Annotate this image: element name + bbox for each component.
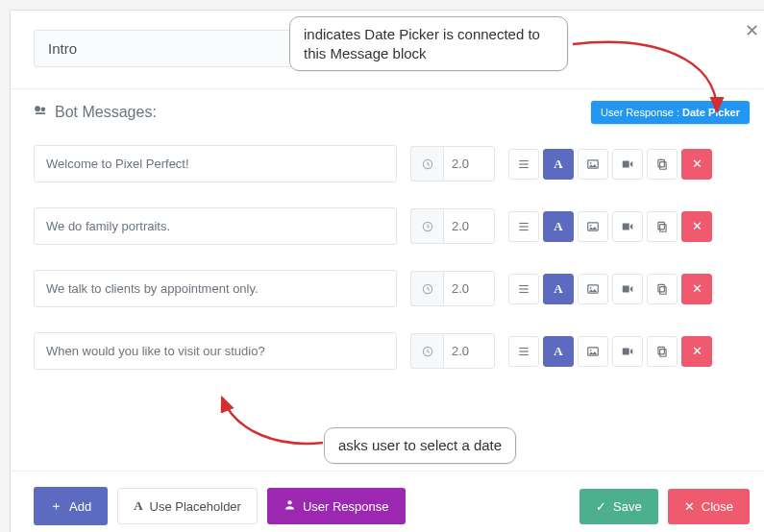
svg-rect-3 (519, 166, 528, 167)
svg-rect-35 (658, 347, 664, 354)
svg-rect-34 (660, 349, 666, 356)
message-toolbar: A✕ (508, 211, 712, 242)
check-icon: ✓ (596, 499, 606, 514)
svg-rect-1 (519, 159, 528, 160)
copy-icon[interactable] (647, 211, 678, 242)
svg-rect-2 (519, 163, 528, 164)
dialog-body: Bot Messages: User Response : Date Picke… (11, 89, 764, 471)
block-title-input[interactable] (34, 30, 303, 67)
message-text-input[interactable] (34, 207, 397, 245)
message-text-input[interactable] (34, 332, 397, 370)
message-toolbar: A✕ (508, 336, 712, 367)
image-icon[interactable] (578, 149, 608, 180)
annotation-callout-bottom: asks user to select a date (324, 427, 516, 464)
svg-rect-20 (519, 288, 528, 289)
clock-icon (410, 333, 443, 369)
message-text-input[interactable] (34, 270, 397, 307)
message-row: A✕ (34, 270, 750, 307)
image-icon[interactable] (578, 336, 608, 367)
close-button[interactable]: ✕ Close (668, 489, 750, 524)
svg-rect-30 (519, 353, 528, 354)
svg-rect-6 (623, 160, 629, 167)
svg-rect-16 (660, 224, 666, 231)
delay-group (410, 271, 495, 306)
text-type-button[interactable]: A (543, 336, 574, 367)
clock-icon (410, 271, 443, 306)
message-row: A✕ (34, 332, 750, 370)
message-toolbar: A✕ (508, 149, 712, 180)
svg-rect-24 (623, 285, 629, 292)
delay-input[interactable] (443, 146, 495, 181)
user-icon (283, 498, 296, 514)
svg-rect-21 (519, 291, 528, 292)
delete-button[interactable]: ✕ (681, 274, 712, 304)
section-header: Bot Messages: User Response : Date Picke… (34, 101, 750, 124)
svg-rect-8 (658, 159, 664, 167)
user-response-badge[interactable]: User Response : Date Picker (591, 101, 750, 124)
svg-rect-12 (519, 229, 528, 230)
svg-rect-26 (658, 284, 664, 292)
svg-point-5 (590, 161, 592, 163)
list-icon[interactable] (508, 149, 539, 180)
copy-icon[interactable] (647, 149, 678, 180)
video-icon[interactable] (612, 211, 643, 242)
svg-point-36 (287, 500, 291, 504)
image-icon[interactable] (578, 211, 608, 242)
svg-point-23 (590, 286, 592, 288)
message-text-input[interactable] (34, 145, 397, 182)
use-placeholder-button[interactable]: A Use Placeholder (117, 488, 258, 524)
text-type-button[interactable]: A (543, 149, 574, 180)
plus-icon: ＋ (50, 497, 62, 515)
delay-group (410, 208, 495, 244)
save-button[interactable]: ✓ Save (579, 489, 658, 524)
clock-icon (410, 208, 443, 244)
annotation-callout-top: indicates Date Picker is connected to th… (289, 16, 568, 71)
message-row: A✕ (34, 145, 750, 182)
svg-rect-19 (519, 284, 528, 285)
delay-input[interactable] (443, 271, 495, 306)
user-response-button[interactable]: User Response (267, 488, 406, 524)
close-icon[interactable]: ✕ (745, 20, 759, 41)
list-icon[interactable] (508, 336, 539, 367)
svg-rect-28 (519, 347, 528, 348)
image-icon[interactable] (578, 274, 608, 304)
svg-rect-25 (660, 286, 666, 294)
text-type-button[interactable]: A (543, 211, 574, 242)
delete-button[interactable]: ✕ (681, 149, 712, 180)
svg-point-32 (590, 349, 592, 351)
video-icon[interactable] (612, 149, 643, 180)
svg-rect-29 (519, 351, 528, 351)
close-icon: ✕ (684, 499, 695, 514)
chat-icon (34, 104, 47, 121)
svg-rect-11 (519, 226, 528, 227)
delay-input[interactable] (443, 208, 495, 244)
video-icon[interactable] (612, 274, 643, 304)
delay-input[interactable] (443, 333, 495, 369)
svg-rect-10 (519, 222, 528, 223)
bot-message-editor-dialog: ✕ Bot Messages: User Response : Date Pic… (10, 10, 764, 532)
font-icon: A (134, 498, 142, 514)
message-row: A✕ (34, 207, 750, 245)
section-title: Bot Messages: (55, 104, 157, 121)
list-icon[interactable] (508, 274, 539, 304)
delete-button[interactable]: ✕ (681, 211, 712, 242)
svg-rect-17 (658, 222, 664, 230)
dialog-footer: ＋ Add A Use Placeholder User Response ✓ … (11, 471, 764, 532)
clock-icon (410, 146, 443, 181)
delay-group (410, 146, 495, 181)
delete-button[interactable]: ✕ (681, 336, 712, 367)
copy-icon[interactable] (647, 336, 678, 367)
svg-rect-7 (660, 161, 666, 169)
svg-rect-33 (623, 348, 629, 354)
video-icon[interactable] (612, 336, 643, 367)
text-type-button[interactable]: A (543, 274, 574, 304)
delay-group (410, 333, 495, 369)
message-toolbar: A✕ (508, 274, 712, 304)
copy-icon[interactable] (647, 274, 678, 304)
svg-rect-15 (623, 223, 629, 230)
add-button[interactable]: ＋ Add (34, 487, 108, 525)
svg-point-14 (590, 224, 592, 226)
list-icon[interactable] (508, 211, 539, 242)
